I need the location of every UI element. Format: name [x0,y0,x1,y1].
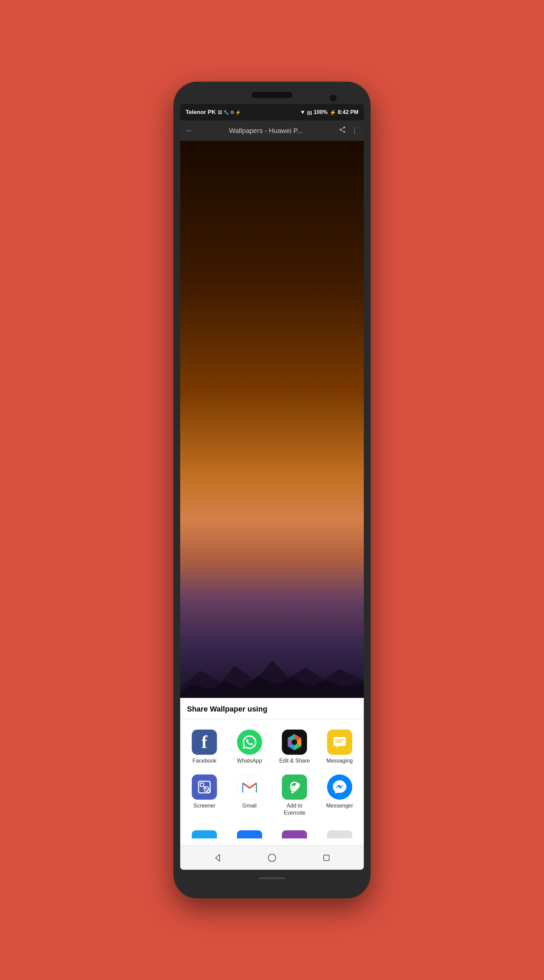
nav-home-button[interactable] [267,853,277,862]
mountain-silhouette [180,650,364,698]
messenger-label: Messenger [326,802,353,810]
app-item-whatsapp[interactable]: WhatsApp [229,726,271,768]
app-item-messaging[interactable]: Messaging [319,726,361,768]
toolbar-title: Wallpapers - Huawei P... [197,127,335,135]
wallpaper-preview [180,141,364,698]
gmail-icon [237,775,262,800]
status-carrier: Telenor PK 🖼 🔧 ⚙ ⚡ [186,109,241,116]
edit-share-icon [282,730,307,755]
nav-bar [180,845,364,870]
partial-app-1 [184,827,225,842]
toolbar-actions: ⋮ [339,126,358,135]
phone-bottom [180,870,364,883]
partial-app-2 [229,827,271,842]
svg-point-23 [268,854,276,862]
status-bar: Telenor PK 🖼 🔧 ⚙ ⚡ ▼ |||| 100% ⚡ 8:42 PM [180,104,364,121]
facebook-icon: f [192,730,217,755]
charging-icon: ⚡ [330,109,336,116]
svg-point-3 [292,740,297,745]
status-right: ▼ |||| 100% ⚡ 8:42 PM [300,109,358,116]
svg-rect-6 [335,741,342,743]
screener-label: Screener [193,802,216,810]
app-item-messenger[interactable]: Messenger [319,771,361,820]
svg-marker-7 [336,746,339,749]
gmail-label: Gmail [243,802,257,810]
evernote-label: Add to Evernote [284,802,305,817]
battery-percent: 100% [314,109,328,115]
home-indicator [259,877,285,879]
edit-share-label: Edit & Share [279,757,310,765]
messaging-icon [327,730,352,755]
app-item-gmail[interactable]: Gmail [229,771,271,820]
messaging-label: Messaging [327,757,352,765]
svg-marker-22 [216,854,220,861]
svg-rect-5 [335,740,344,740]
phone-camera [330,95,336,102]
whatsapp-label: WhatsApp [237,757,262,765]
share-sheet: Share Wallpaper using f Facebook [180,698,364,870]
nav-back-button[interactable] [213,853,222,862]
messenger-icon [327,775,352,800]
time: 8:42 PM [338,109,358,115]
partial-app-3 [274,827,316,842]
partial-app-4 [319,827,361,842]
phone-device: Telenor PK 🖼 🔧 ⚙ ⚡ ▼ |||| 100% ⚡ 8:42 PM… [173,82,371,898]
share-icon[interactable] [339,126,346,135]
app-item-evernote[interactable]: Add to Evernote [274,771,316,820]
status-icons: 🖼 🔧 ⚙ ⚡ [217,110,241,115]
carrier-name: Telenor PK [186,109,216,116]
facebook-label: Facebook [192,757,216,765]
more-options-icon[interactable]: ⋮ [351,126,358,135]
back-button[interactable]: ← [186,126,193,135]
app-toolbar: ← Wallpapers - Huawei P... ⋮ [180,121,364,141]
app-item-screener[interactable]: + Screener [184,771,225,820]
apps-grid: f Facebook WhatsApp [180,719,364,827]
nav-recents-button[interactable] [322,853,331,862]
wifi-icon: ▼ [300,109,305,115]
screener-icon: + [192,775,217,800]
app-item-facebook[interactable]: f Facebook [184,726,225,768]
apps-grid-partial [180,827,364,845]
whatsapp-icon [237,730,262,755]
share-title: Share Wallpaper using [180,705,364,719]
svg-rect-9 [200,783,204,786]
evernote-icon [282,775,307,800]
svg-text:+: + [205,787,207,791]
phone-speaker [252,92,292,98]
signal-icon: |||| [307,110,312,115]
svg-rect-24 [324,855,329,861]
app-item-edit-share[interactable]: Edit & Share [274,726,316,768]
phone-screen: Telenor PK 🖼 🔧 ⚙ ⚡ ▼ |||| 100% ⚡ 8:42 PM… [180,104,364,870]
